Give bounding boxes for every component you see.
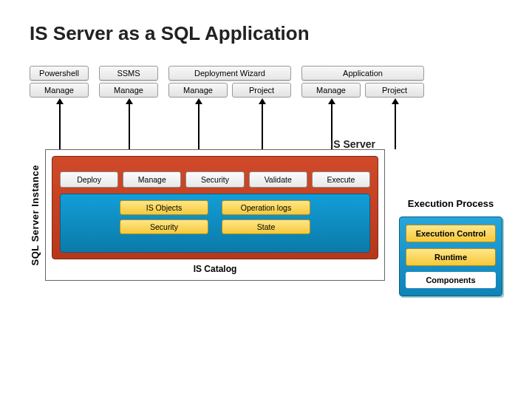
catalog-item: Operation logs [222,200,310,215]
exec-title: Execution Process [399,198,502,209]
arrow-icon [129,103,130,149]
isserver-box: Deploy Manage Security Validate Execute … [52,156,378,259]
arrow-icon [198,103,200,149]
action-box: Deploy [60,171,118,188]
action-box: Security [185,171,244,188]
sql-instance-box: IS Server Deploy Manage Security Validat… [45,149,385,281]
instance-label: SQL Server Instance [30,165,41,265]
client-header: Deployment Wizard [168,66,291,81]
catalog-item: Security [120,219,208,234]
client-wizard: Deployment Wizard Manage Project [168,66,291,98]
arrow-icon [262,103,263,149]
exec-box: Execution Control Runtime Components [399,216,502,296]
action-box: Validate [249,171,307,188]
arrow-icon [395,103,396,149]
execution-process: Execution Process Execution Control Runt… [399,198,502,296]
client-header: SSMS [99,66,158,81]
action-row: Deploy Manage Security Validate Execute [60,171,370,188]
client-sub: Project [365,83,424,98]
client-sub: Manage [168,83,228,98]
exec-item: Execution Control [406,225,496,242]
client-powershell: Powershell Manage [30,66,89,98]
client-sub: Manage [301,83,361,98]
arrow-set [30,100,502,149]
exec-item: Runtime [406,248,496,266]
client-ssms: SSMS Manage [99,66,158,98]
catalog-item: IS Objects [120,200,208,215]
clients-row: Powershell Manage SSMS Manage Deployment… [30,66,502,98]
catalog-label: IS Catalog [52,264,378,274]
client-sub: Manage [99,83,158,98]
client-app: Application Manage Project [301,66,424,98]
client-sub: Manage [30,83,89,98]
client-sub: Project [232,83,291,98]
client-header: Application [301,66,424,81]
client-header: Powershell [30,66,89,81]
arrow-icon [59,103,61,149]
action-box: Manage [123,171,181,188]
exec-item: Components [406,272,496,288]
slide-title: IS Server as a SQL Application [30,22,502,45]
isserver-label: IS Server [330,138,375,150]
catalog-item: State [222,219,310,234]
catalog-box: IS Objects Operation logs Security State [60,194,370,253]
action-box: Execute [312,171,370,188]
